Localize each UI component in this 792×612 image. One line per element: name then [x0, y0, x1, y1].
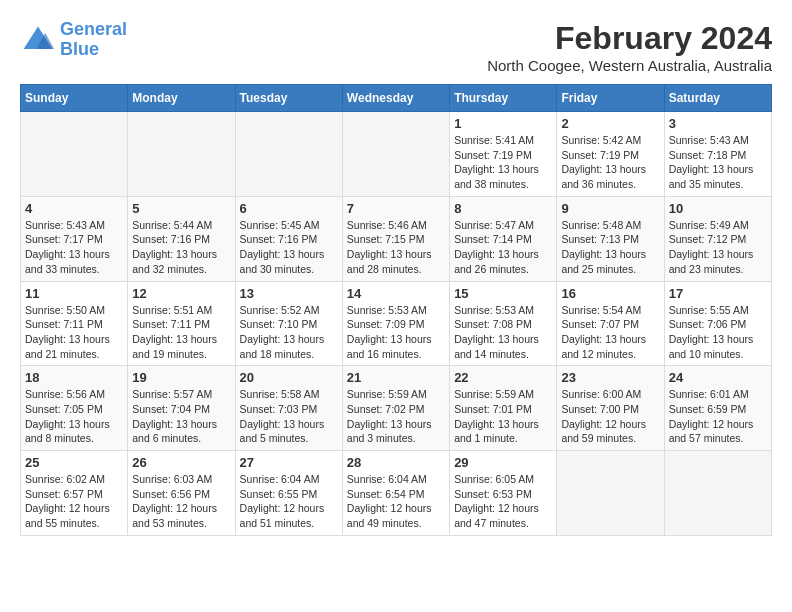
calendar-day-cell: 1Sunrise: 5:41 AMSunset: 7:19 PMDaylight… [450, 112, 557, 197]
day-info: Sunrise: 6:04 AMSunset: 6:54 PMDaylight:… [347, 472, 445, 531]
calendar-day-cell: 20Sunrise: 5:58 AMSunset: 7:03 PMDayligh… [235, 366, 342, 451]
page-header: General Blue February 2024 North Coogee,… [20, 20, 772, 74]
calendar-day-cell: 13Sunrise: 5:52 AMSunset: 7:10 PMDayligh… [235, 281, 342, 366]
calendar-day-cell: 15Sunrise: 5:53 AMSunset: 7:08 PMDayligh… [450, 281, 557, 366]
calendar-day-cell: 26Sunrise: 6:03 AMSunset: 6:56 PMDayligh… [128, 451, 235, 536]
calendar-day-cell: 10Sunrise: 5:49 AMSunset: 7:12 PMDayligh… [664, 196, 771, 281]
calendar-week-row: 11Sunrise: 5:50 AMSunset: 7:11 PMDayligh… [21, 281, 772, 366]
calendar-day-cell [128, 112, 235, 197]
day-info: Sunrise: 5:44 AMSunset: 7:16 PMDaylight:… [132, 218, 230, 277]
day-number: 22 [454, 370, 552, 385]
day-info: Sunrise: 6:04 AMSunset: 6:55 PMDaylight:… [240, 472, 338, 531]
day-info: Sunrise: 6:02 AMSunset: 6:57 PMDaylight:… [25, 472, 123, 531]
day-info: Sunrise: 5:57 AMSunset: 7:04 PMDaylight:… [132, 387, 230, 446]
day-number: 26 [132, 455, 230, 470]
calendar-day-cell: 27Sunrise: 6:04 AMSunset: 6:55 PMDayligh… [235, 451, 342, 536]
calendar-day-cell: 4Sunrise: 5:43 AMSunset: 7:17 PMDaylight… [21, 196, 128, 281]
day-number: 11 [25, 286, 123, 301]
calendar-week-row: 18Sunrise: 5:56 AMSunset: 7:05 PMDayligh… [21, 366, 772, 451]
calendar-day-cell: 14Sunrise: 5:53 AMSunset: 7:09 PMDayligh… [342, 281, 449, 366]
calendar-weekday-header: Sunday [21, 85, 128, 112]
calendar-day-cell: 8Sunrise: 5:47 AMSunset: 7:14 PMDaylight… [450, 196, 557, 281]
calendar-day-cell: 21Sunrise: 5:59 AMSunset: 7:02 PMDayligh… [342, 366, 449, 451]
day-info: Sunrise: 5:50 AMSunset: 7:11 PMDaylight:… [25, 303, 123, 362]
day-number: 16 [561, 286, 659, 301]
calendar-weekday-header: Friday [557, 85, 664, 112]
logo-icon [20, 22, 56, 58]
day-info: Sunrise: 5:54 AMSunset: 7:07 PMDaylight:… [561, 303, 659, 362]
day-number: 21 [347, 370, 445, 385]
day-info: Sunrise: 5:59 AMSunset: 7:02 PMDaylight:… [347, 387, 445, 446]
day-info: Sunrise: 5:47 AMSunset: 7:14 PMDaylight:… [454, 218, 552, 277]
day-number: 18 [25, 370, 123, 385]
title-block: February 2024 North Coogee, Western Aust… [487, 20, 772, 74]
calendar-week-row: 1Sunrise: 5:41 AMSunset: 7:19 PMDaylight… [21, 112, 772, 197]
calendar-header-row: SundayMondayTuesdayWednesdayThursdayFrid… [21, 85, 772, 112]
calendar-day-cell: 29Sunrise: 6:05 AMSunset: 6:53 PMDayligh… [450, 451, 557, 536]
calendar-day-cell [557, 451, 664, 536]
calendar-day-cell: 19Sunrise: 5:57 AMSunset: 7:04 PMDayligh… [128, 366, 235, 451]
day-info: Sunrise: 5:53 AMSunset: 7:08 PMDaylight:… [454, 303, 552, 362]
calendar-weekday-header: Monday [128, 85, 235, 112]
day-info: Sunrise: 5:48 AMSunset: 7:13 PMDaylight:… [561, 218, 659, 277]
day-number: 5 [132, 201, 230, 216]
day-number: 14 [347, 286, 445, 301]
day-info: Sunrise: 5:52 AMSunset: 7:10 PMDaylight:… [240, 303, 338, 362]
day-number: 1 [454, 116, 552, 131]
calendar-day-cell: 24Sunrise: 6:01 AMSunset: 6:59 PMDayligh… [664, 366, 771, 451]
day-info: Sunrise: 5:55 AMSunset: 7:06 PMDaylight:… [669, 303, 767, 362]
day-info: Sunrise: 5:51 AMSunset: 7:11 PMDaylight:… [132, 303, 230, 362]
calendar-day-cell: 9Sunrise: 5:48 AMSunset: 7:13 PMDaylight… [557, 196, 664, 281]
calendar-day-cell: 25Sunrise: 6:02 AMSunset: 6:57 PMDayligh… [21, 451, 128, 536]
day-info: Sunrise: 5:41 AMSunset: 7:19 PMDaylight:… [454, 133, 552, 192]
day-info: Sunrise: 5:42 AMSunset: 7:19 PMDaylight:… [561, 133, 659, 192]
calendar-day-cell: 28Sunrise: 6:04 AMSunset: 6:54 PMDayligh… [342, 451, 449, 536]
calendar-body: 1Sunrise: 5:41 AMSunset: 7:19 PMDaylight… [21, 112, 772, 536]
day-number: 17 [669, 286, 767, 301]
day-number: 28 [347, 455, 445, 470]
day-info: Sunrise: 5:45 AMSunset: 7:16 PMDaylight:… [240, 218, 338, 277]
day-number: 9 [561, 201, 659, 216]
calendar-week-row: 4Sunrise: 5:43 AMSunset: 7:17 PMDaylight… [21, 196, 772, 281]
day-info: Sunrise: 6:05 AMSunset: 6:53 PMDaylight:… [454, 472, 552, 531]
page-title: February 2024 [487, 20, 772, 57]
day-number: 19 [132, 370, 230, 385]
calendar-weekday-header: Saturday [664, 85, 771, 112]
logo-text: General Blue [60, 20, 127, 60]
calendar-weekday-header: Tuesday [235, 85, 342, 112]
calendar-day-cell: 7Sunrise: 5:46 AMSunset: 7:15 PMDaylight… [342, 196, 449, 281]
day-info: Sunrise: 5:46 AMSunset: 7:15 PMDaylight:… [347, 218, 445, 277]
day-number: 15 [454, 286, 552, 301]
day-info: Sunrise: 5:56 AMSunset: 7:05 PMDaylight:… [25, 387, 123, 446]
day-number: 2 [561, 116, 659, 131]
calendar-week-row: 25Sunrise: 6:02 AMSunset: 6:57 PMDayligh… [21, 451, 772, 536]
calendar-day-cell: 16Sunrise: 5:54 AMSunset: 7:07 PMDayligh… [557, 281, 664, 366]
calendar-day-cell: 3Sunrise: 5:43 AMSunset: 7:18 PMDaylight… [664, 112, 771, 197]
calendar-table: SundayMondayTuesdayWednesdayThursdayFrid… [20, 84, 772, 536]
day-info: Sunrise: 5:49 AMSunset: 7:12 PMDaylight:… [669, 218, 767, 277]
logo-line2: Blue [60, 39, 99, 59]
calendar-day-cell: 17Sunrise: 5:55 AMSunset: 7:06 PMDayligh… [664, 281, 771, 366]
calendar-day-cell: 11Sunrise: 5:50 AMSunset: 7:11 PMDayligh… [21, 281, 128, 366]
calendar-day-cell [235, 112, 342, 197]
day-number: 7 [347, 201, 445, 216]
day-info: Sunrise: 6:03 AMSunset: 6:56 PMDaylight:… [132, 472, 230, 531]
day-number: 4 [25, 201, 123, 216]
logo: General Blue [20, 20, 127, 60]
calendar-day-cell: 22Sunrise: 5:59 AMSunset: 7:01 PMDayligh… [450, 366, 557, 451]
day-number: 12 [132, 286, 230, 301]
calendar-day-cell: 6Sunrise: 5:45 AMSunset: 7:16 PMDaylight… [235, 196, 342, 281]
calendar-day-cell [342, 112, 449, 197]
calendar-weekday-header: Thursday [450, 85, 557, 112]
day-number: 20 [240, 370, 338, 385]
day-number: 25 [25, 455, 123, 470]
calendar-day-cell [664, 451, 771, 536]
day-info: Sunrise: 5:58 AMSunset: 7:03 PMDaylight:… [240, 387, 338, 446]
day-info: Sunrise: 6:00 AMSunset: 7:00 PMDaylight:… [561, 387, 659, 446]
day-info: Sunrise: 6:01 AMSunset: 6:59 PMDaylight:… [669, 387, 767, 446]
day-number: 24 [669, 370, 767, 385]
day-info: Sunrise: 5:53 AMSunset: 7:09 PMDaylight:… [347, 303, 445, 362]
day-number: 29 [454, 455, 552, 470]
day-number: 10 [669, 201, 767, 216]
day-number: 6 [240, 201, 338, 216]
